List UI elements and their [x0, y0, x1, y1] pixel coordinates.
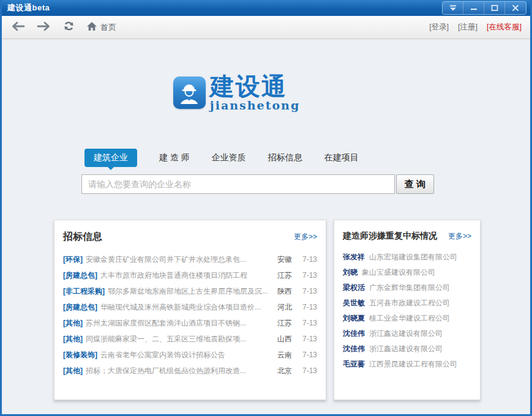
- refresh-icon: [63, 20, 75, 34]
- bid-title: 鄂尔多斯盆地东南部地区上古生界层序地层及沉...: [108, 286, 272, 297]
- maximize-icon: [490, 4, 499, 12]
- builder-item[interactable]: 刘晓夏 核工业金华建设工程公司: [343, 311, 471, 326]
- builder-name: 毛亚蕃: [343, 359, 365, 370]
- builders-more-link[interactable]: 更多>>: [448, 231, 471, 242]
- bid-category-tag: [房建总包]: [63, 270, 97, 281]
- builder-item[interactable]: 沈佳伟 浙江鑫达建设有限公司: [343, 341, 471, 357]
- search-input[interactable]: [81, 174, 395, 194]
- builder-item[interactable]: 吴世敏 五河县市政建设工程公司: [343, 295, 471, 311]
- app-window: 建设通beta: [0, 0, 532, 416]
- close-button[interactable]: [505, 2, 526, 14]
- tab-construction-enterprise[interactable]: 建筑企业: [84, 149, 137, 167]
- builder-name: 吴世敏: [343, 298, 365, 308]
- bid-title: 大丰市原市政府地块普通商住楼项目消防工程: [100, 270, 272, 281]
- info-panels: 招标信息 更多>> [环保] 安徽金黄庄矿业有限公司井下矿井水处理总承包... …: [54, 220, 481, 400]
- search-category-tabs: 建筑企业 建 造 师 企业资质 招标信息 在建项目: [81, 149, 530, 166]
- builder-company: 浙江鑫达建设有限公司: [369, 329, 443, 339]
- online-service-link[interactable]: [在线客服]: [487, 22, 522, 32]
- bid-item[interactable]: [其他] 招标；大唐保定热电厂机组低品位热源利用改造... 北京 7-13: [63, 363, 317, 379]
- bid-category-tag: [环保]: [63, 254, 83, 265]
- tab-projects-in-progress[interactable]: 在建项目: [324, 152, 359, 163]
- builder-name: 刘晓: [343, 267, 358, 278]
- minimize-button[interactable]: [463, 2, 484, 14]
- bid-date: 7-13: [298, 366, 317, 375]
- bid-title: 苏州太湖国家度假区配套渔洋山酒店项目不锈钢...: [86, 318, 272, 329]
- bid-province: 北京: [272, 366, 298, 376]
- tab-enterprise-qualification[interactable]: 企业资质: [212, 152, 246, 163]
- bid-province: 安徽: [272, 254, 298, 265]
- bid-date: 7-13: [298, 351, 317, 359]
- main-content: 建设通 jianshetong 建筑企业 建 造 师 企业资质 招标信息 在建项…: [2, 74, 530, 416]
- tab-constructor[interactable]: 建 造 师: [159, 152, 190, 163]
- bid-category-tag: [装修装饰]: [63, 350, 97, 360]
- search-button[interactable]: 查 询: [396, 174, 434, 194]
- bid-date: 7-13: [298, 271, 317, 280]
- window-titlebar: 建设通beta: [2, 0, 530, 16]
- app-logo: 建设通 jianshetong: [173, 74, 300, 111]
- bid-title: 同煤浙能麻家梁一、二、五采区三维地震勘探项...: [86, 334, 272, 344]
- builder-name: 沈佳伟: [343, 329, 365, 339]
- builder-item[interactable]: 毛亚蕃 江西景昆建设工程有限公司: [343, 357, 471, 372]
- login-link[interactable]: [登录]: [429, 22, 449, 32]
- home-icon: [86, 21, 97, 34]
- builder-item[interactable]: 刘晓 象山宝盛建设有限公司: [343, 265, 471, 280]
- chevron-down-icon: [449, 4, 457, 12]
- bid-category-tag: [其他]: [63, 366, 83, 376]
- bid-item[interactable]: [装修装饰] 云南省老年公寓室内装饰设计招标公告 云南 7-13: [63, 347, 317, 363]
- bid-date: 7-13: [298, 287, 317, 295]
- bid-province: 江苏: [272, 270, 298, 281]
- bidding-more-link[interactable]: 更多>>: [294, 232, 317, 242]
- forward-icon: [37, 21, 51, 34]
- maximize-button[interactable]: [484, 2, 505, 14]
- bid-date: 7-13: [298, 303, 317, 311]
- bidding-list: [环保] 安徽金黄庄矿业有限公司井下矿井水处理总承包... 安徽 7-13 [房…: [63, 251, 317, 379]
- builder-item[interactable]: 梁权活 广东金辉华集团有限公司: [343, 280, 471, 295]
- forward-button[interactable]: [37, 21, 51, 34]
- bid-title: 华融现代城及涿州高铁新城商业综合体项目造价...: [100, 302, 272, 313]
- builder-company: 江西景昆建设工程有限公司: [369, 359, 457, 370]
- back-button[interactable]: [10, 21, 25, 34]
- window-menu-button[interactable]: [443, 2, 463, 14]
- builder-company: 核工业金华建设工程公司: [369, 313, 450, 324]
- builder-item[interactable]: 张发祥 山东宏瑞建设集团有限公司: [343, 250, 471, 265]
- tab-bidding-info[interactable]: 招标信息: [268, 152, 302, 163]
- bid-province: 陕西: [272, 286, 298, 297]
- bid-item[interactable]: [非工程采购] 鄂尔多斯盆地东南部地区上古生界层序地层及沉... 陕西 7-13: [63, 283, 317, 299]
- logo-title: 建设通: [210, 74, 300, 98]
- bid-date: 7-13: [298, 335, 317, 343]
- builder-name: 沈佳伟: [343, 344, 365, 354]
- builder-name: 梁权活: [343, 283, 365, 293]
- bidding-panel-title: 招标信息: [63, 231, 102, 243]
- builders-panel-title: 建造师涉嫌重复中标情况: [343, 231, 437, 242]
- bid-category-tag: [其他]: [63, 318, 83, 329]
- bid-category-tag: [其他]: [63, 334, 83, 344]
- logo-texts: 建设通 jianshetong: [210, 74, 300, 111]
- builder-name: 张发祥: [343, 252, 365, 262]
- builder-item[interactable]: 沈佳伟 浙江鑫达建设有限公司: [343, 326, 471, 341]
- builders-panel: 建造师涉嫌重复中标情况 更多>> 张发祥 山东宏瑞建设集团有限公司 刘晓 象山宝…: [334, 220, 481, 400]
- builder-company: 广东金辉华集团有限公司: [369, 283, 450, 293]
- window-title: 建设通beta: [2, 2, 50, 13]
- home-button[interactable]: 首页: [86, 21, 116, 34]
- bid-province: 河北: [272, 302, 298, 313]
- search-bar: 查 询: [81, 174, 530, 194]
- bid-item[interactable]: [房建总包] 大丰市原市政府地块普通商住楼项目消防工程 江苏 7-13: [63, 267, 317, 283]
- bid-category-tag: [非工程采购]: [63, 286, 105, 297]
- bid-item[interactable]: [其他] 苏州太湖国家度假区配套渔洋山酒店项目不锈钢... 江苏 7-13: [63, 315, 317, 331]
- builder-company: 五河县市政建设工程公司: [369, 298, 450, 308]
- window-controls: [442, 1, 526, 15]
- register-link[interactable]: [注册]: [458, 22, 478, 32]
- builder-company: 象山宝盛建设有限公司: [362, 267, 435, 278]
- bid-category-tag: [房建总包]: [63, 302, 97, 313]
- builder-company: 浙江鑫达建设有限公司: [369, 344, 443, 354]
- bid-item[interactable]: [其他] 同煤浙能麻家梁一、二、五采区三维地震勘探项... 山西 7-13: [63, 331, 317, 347]
- bid-item[interactable]: [房建总包] 华融现代城及涿州高铁新城商业综合体项目造价... 河北 7-13: [63, 299, 317, 315]
- builders-list: 张发祥 山东宏瑞建设集团有限公司 刘晓 象山宝盛建设有限公司 梁权活 广东金辉华…: [343, 250, 471, 372]
- close-icon: [511, 4, 520, 12]
- bid-item[interactable]: [环保] 安徽金黄庄矿业有限公司井下矿井水处理总承包... 安徽 7-13: [63, 251, 317, 267]
- bidding-info-panel: 招标信息 更多>> [环保] 安徽金黄庄矿业有限公司井下矿井水处理总承包... …: [54, 220, 326, 400]
- bid-date: 7-13: [298, 319, 317, 327]
- toolbar-links: [登录] [注册] [在线客服]: [429, 22, 522, 32]
- refresh-button[interactable]: [63, 20, 75, 34]
- builder-name: 刘晓夏: [343, 313, 365, 324]
